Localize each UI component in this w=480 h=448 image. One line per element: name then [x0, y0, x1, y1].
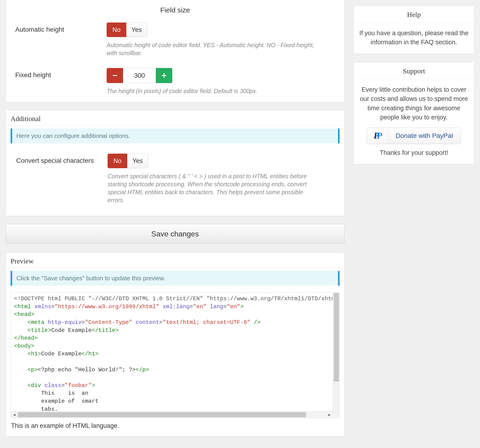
- vertical-scrollbar[interactable]: [333, 292, 339, 412]
- help-card-title: Help: [354, 6, 474, 23]
- fixed-height-input[interactable]: [123, 68, 156, 83]
- support-card-title: Support: [354, 62, 474, 80]
- automatic-height-help: Automatic height of code editor field. Y…: [107, 41, 320, 57]
- field-size-heading: Field size: [6, 0, 344, 19]
- field-size-panel: Field size Automatic height No Yes Autom…: [6, 0, 345, 102]
- convert-toggle: No Yes: [108, 154, 148, 168]
- preview-panel: Preview Click the "Save changes" button …: [6, 253, 345, 436]
- save-button[interactable]: Save changes: [6, 224, 345, 244]
- automatic-height-yes[interactable]: Yes: [126, 22, 147, 37]
- code-preview-content[interactable]: <!DOCTYPE html PUBLIC "-//W3C//DTD XHTML…: [11, 292, 339, 412]
- preview-title: Preview: [6, 253, 344, 268]
- vertical-scrollbar-thumb[interactable]: [334, 293, 339, 382]
- support-card: Support Every little contribution helps …: [353, 62, 474, 164]
- automatic-height-no[interactable]: No: [107, 22, 126, 37]
- convert-label: Convert special characters: [16, 154, 108, 164]
- help-card: Help If you have a question, please read…: [353, 6, 474, 54]
- convert-row: Convert special characters No Yes Conver…: [11, 150, 340, 211]
- preview-note: Click the "Save changes" button to updat…: [11, 271, 340, 286]
- preview-caption: This is an example of HTML language.: [11, 418, 340, 431]
- convert-help: Convert special characters ( & " ' < > )…: [108, 172, 321, 204]
- additional-title: Additional: [6, 110, 344, 126]
- fixed-height-stepper: − +: [107, 68, 172, 83]
- automatic-height-row: Automatic height No Yes Automatic height…: [6, 19, 344, 64]
- donate-button-label: Donate with PayPal: [388, 128, 461, 144]
- code-preview: <!DOCTYPE html PUBLIC "-//W3C//DTD XHTML…: [11, 292, 340, 418]
- help-card-body: If you have a question, please read the …: [354, 23, 474, 53]
- support-thanks: Thanks for your support!: [359, 148, 468, 157]
- fixed-height-row: Fixed height − + The height (in pixels) …: [6, 64, 344, 102]
- horizontal-scrollbar-thumb[interactable]: [18, 412, 306, 417]
- horizontal-scrollbar[interactable]: ◂ ▸: [11, 411, 339, 418]
- additional-panel: Additional Here you can configure additi…: [6, 110, 345, 216]
- automatic-height-toggle: No Yes: [107, 22, 147, 37]
- paypal-icon: PP: [367, 128, 388, 144]
- scroll-right-icon[interactable]: ▸: [326, 412, 333, 418]
- additional-note: Here you can configure additional option…: [11, 129, 340, 143]
- fixed-height-help: The height (in pixels) of code editor fi…: [107, 87, 320, 95]
- plus-icon[interactable]: +: [156, 68, 172, 83]
- minus-icon[interactable]: −: [107, 68, 123, 83]
- support-card-body: Every little contribution helps to cover…: [359, 85, 468, 122]
- convert-no[interactable]: No: [108, 154, 127, 168]
- donate-button[interactable]: PP Donate with PayPal: [367, 128, 461, 144]
- automatic-height-label: Automatic height: [15, 22, 107, 33]
- fixed-height-label: Fixed height: [15, 68, 107, 79]
- convert-yes[interactable]: Yes: [127, 154, 148, 168]
- scroll-left-icon[interactable]: ◂: [11, 412, 18, 418]
